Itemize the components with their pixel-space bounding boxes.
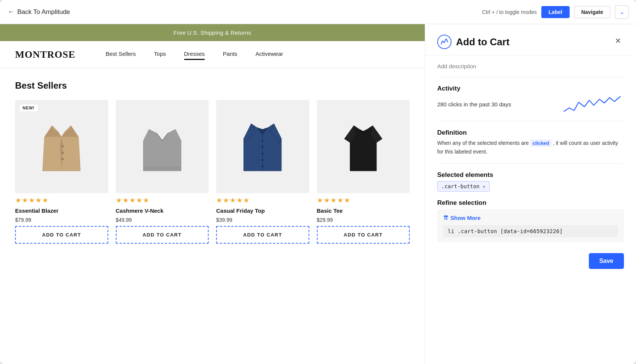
product-image-wrapper-vneck (116, 100, 209, 193)
back-to-amplitude-button[interactable]: ← Back To Amplitude (8, 8, 70, 16)
add-to-cart-button-tee[interactable]: ADD TO CART (317, 226, 410, 244)
site-body: Best Sellers NEW! (0, 68, 425, 364)
product-card-vneck: ★★★★★ Cashmere V-Neck $49.99 ADD TO CART (116, 100, 209, 244)
close-button[interactable]: ✕ (612, 35, 624, 47)
selected-elements-section: Selected elements .cart-button × (437, 171, 624, 192)
product-name-blazer: Essential Blazer (15, 207, 108, 214)
activity-text: 280 clicks in the past 30 days (437, 101, 511, 108)
ctrl-hint-text: Ctrl + / to toggle modes (482, 9, 537, 15)
product-card-blazer: NEW! (15, 100, 108, 244)
product-name-shirt: Casual Friday Top (216, 207, 309, 214)
product-stars-blazer: ★★★★★ (15, 196, 108, 204)
activity-section: Activity 280 clicks in the past 30 days (437, 85, 624, 114)
main-content: Free U.S. Shipping & Returns MONTROSE Be… (0, 24, 636, 364)
svg-point-0 (61, 145, 64, 147)
product-card-tee: ★★★★★ Basic Tee $29.99 ADD TO CART (317, 100, 410, 244)
product-image-wrapper-shirt (216, 100, 309, 193)
element-tag-label: .cart-button (441, 183, 479, 189)
product-image-shirt (216, 100, 309, 193)
product-name-tee: Basic Tee (317, 207, 410, 214)
site-logo: MONTROSE (15, 49, 75, 60)
element-tag-remove[interactable]: × (482, 184, 485, 189)
panel-body: Activity 280 clicks in the past 30 days … (425, 55, 636, 250)
back-arrow-icon: ← (8, 8, 14, 16)
top-bar-right: Ctrl + / to toggle modes Label Navigate … (482, 5, 628, 19)
right-panel-header: Add to Cart ✕ (425, 24, 636, 55)
svg-point-9 (262, 159, 264, 161)
activity-label: Activity (437, 85, 624, 92)
definition-highlight: clicked (530, 140, 552, 147)
add-to-cart-button-shirt[interactable]: ADD TO CART (216, 226, 309, 244)
banner-text: Free U.S. Shipping & Returns (174, 29, 251, 36)
divider-2 (437, 121, 624, 121)
amplitude-icon (437, 35, 452, 49)
divider-3 (437, 163, 624, 164)
product-price-vneck: $49.99 (116, 217, 209, 223)
svg-point-7 (262, 146, 264, 148)
product-image-blazer (15, 100, 108, 193)
products-grid: NEW! (15, 100, 410, 244)
refine-box: ⇈ Show More li .cart-button [data-id=665… (437, 209, 624, 243)
definition-label: Definition (437, 129, 624, 137)
product-image-wrapper-tee (317, 100, 410, 193)
product-stars-shirt: ★★★★★ (216, 196, 309, 204)
navigate-mode-button[interactable]: Navigate (574, 6, 610, 18)
product-price-shirt: $39.99 (216, 217, 309, 223)
refine-selection-label: Refine selection (437, 199, 624, 207)
site-banner: Free U.S. Shipping & Returns (0, 24, 425, 41)
selected-elements-row: .cart-button × (437, 181, 624, 192)
selected-elements-label: Selected elements (437, 171, 624, 179)
top-bar: ← Back To Amplitude Ctrl + / to toggle m… (0, 0, 636, 24)
nav-dresses[interactable]: Dresses (184, 51, 205, 58)
element-tag-cart-button: .cart-button × (437, 181, 490, 192)
svg-point-2 (61, 158, 64, 160)
label-mode-button[interactable]: Label (541, 6, 570, 18)
product-image-vneck (116, 100, 209, 193)
definition-text-before: When any of the selected elements are (437, 140, 529, 146)
svg-point-8 (262, 153, 264, 155)
product-stars-vneck: ★★★★★ (116, 196, 209, 204)
activity-row: 280 clicks in the past 30 days (437, 95, 624, 114)
product-image-tee (317, 100, 410, 193)
show-more-button[interactable]: ⇈ Show More (443, 214, 618, 221)
nav-tops[interactable]: Tops (154, 51, 166, 58)
product-stars-tee: ★★★★★ (317, 196, 410, 204)
refine-selection-section: Refine selection ⇈ Show More li .cart-bu… (437, 199, 624, 243)
svg-point-6 (262, 140, 264, 142)
product-price-blazer: $79.99 (15, 217, 108, 223)
definition-text: When any of the selected elements are cl… (437, 139, 624, 156)
product-image-wrapper-blazer: NEW! (15, 100, 108, 193)
panel-title-row: Add to Cart (437, 35, 510, 49)
right-panel: Add to Cart ✕ Activity 280 clicks in the… (425, 24, 636, 364)
nav-activewear[interactable]: Activewear (255, 51, 283, 58)
product-price-tee: $29.99 (317, 217, 410, 223)
panel-title: Add to Cart (456, 36, 510, 48)
activity-chart (564, 95, 624, 114)
add-to-cart-button-blazer[interactable]: ADD TO CART (15, 226, 108, 244)
product-badge-new: NEW! (20, 104, 38, 111)
nav-best-sellers[interactable]: Best Sellers (106, 51, 136, 58)
chevron-down-icon: ⌄ (619, 8, 624, 15)
show-more-icon: ⇈ (443, 214, 448, 221)
svg-point-1 (61, 152, 64, 154)
add-to-cart-button-vneck[interactable]: ADD TO CART (116, 226, 209, 244)
dropdown-icon-button[interactable]: ⌄ (615, 5, 628, 19)
save-button[interactable]: Save (589, 253, 624, 269)
show-more-label: Show More (450, 215, 481, 221)
section-title: Best Sellers (15, 80, 410, 91)
site-panel: Free U.S. Shipping & Returns MONTROSE Be… (0, 24, 425, 364)
product-card-shirt: ★★★★★ Casual Friday Top $39.99 ADD TO CA… (216, 100, 309, 244)
back-label: Back To Amplitude (17, 8, 70, 16)
definition-section: Definition When any of the selected elem… (437, 129, 624, 156)
nav-pants[interactable]: Pants (223, 51, 237, 58)
site-nav: MONTROSE Best Sellers Tops Dresses Pants… (0, 41, 425, 68)
svg-point-10 (262, 166, 264, 167)
code-selector-line: li .cart-button [data-id=665923226] (443, 225, 618, 237)
divider-1 (437, 77, 624, 77)
add-description-input[interactable] (437, 63, 624, 69)
product-name-vneck: Cashmere V-Neck (116, 207, 209, 214)
